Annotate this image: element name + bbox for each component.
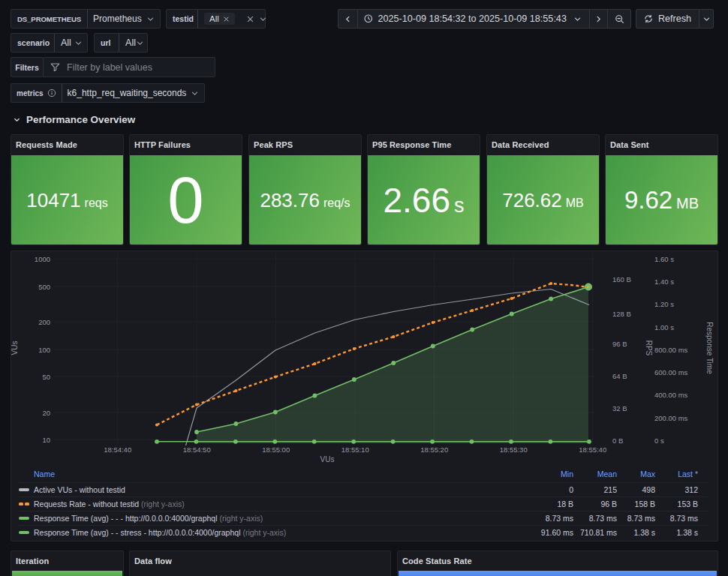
svg-text:18:55:10: 18:55:10 [341, 446, 369, 454]
svg-text:RPS: RPS [645, 340, 653, 356]
svg-text:1000: 1000 [35, 255, 50, 263]
svg-text:800.00 ms: 800.00 ms [654, 346, 688, 354]
svg-text:18:55:00: 18:55:00 [262, 446, 290, 454]
svg-text:Response Time: Response Time [705, 322, 714, 374]
svg-text:18:55:40: 18:55:40 [579, 446, 606, 454]
svg-text:1.60 s: 1.60 s [654, 255, 674, 263]
svg-text:200.00 ms: 200.00 ms [654, 414, 688, 422]
svg-text:18:55:20: 18:55:20 [420, 446, 448, 454]
svg-text:18:55:30: 18:55:30 [500, 446, 528, 454]
svg-text:18:54:40: 18:54:40 [104, 446, 131, 454]
svg-text:128 B: 128 B [612, 310, 631, 318]
svg-text:18:54:50: 18:54:50 [183, 446, 211, 454]
svg-text:0 B: 0 B [612, 436, 623, 445]
svg-text:400.00 ms: 400.00 ms [654, 391, 688, 399]
svg-text:VUs: VUs [11, 341, 19, 356]
svg-text:96 B: 96 B [612, 340, 627, 348]
svg-text:100: 100 [38, 346, 50, 354]
svg-text:1.00 s: 1.00 s [654, 323, 674, 332]
svg-text:64 B: 64 B [612, 372, 627, 380]
svg-text:1.40 s: 1.40 s [654, 278, 674, 286]
svg-text:0 s: 0 s [654, 436, 664, 445]
svg-text:50: 50 [42, 373, 50, 381]
svg-text:10: 10 [42, 436, 50, 444]
svg-text:200: 200 [38, 318, 50, 326]
svg-text:600.00 ms: 600.00 ms [654, 368, 688, 376]
svg-text:VUs: VUs [320, 455, 335, 464]
svg-text:32 B: 32 B [612, 404, 627, 412]
svg-text:160 B: 160 B [612, 275, 631, 284]
svg-text:1.20 s: 1.20 s [654, 300, 674, 308]
svg-text:500: 500 [38, 283, 50, 291]
svg-text:20: 20 [42, 409, 50, 417]
